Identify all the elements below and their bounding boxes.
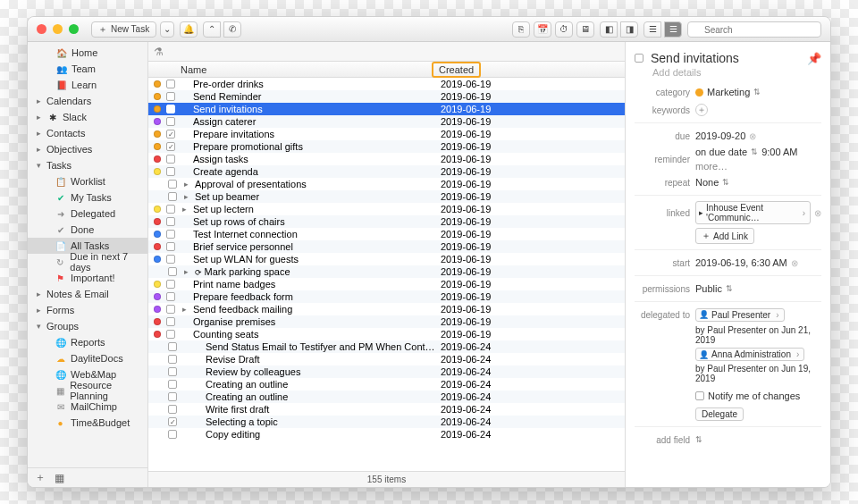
clear-start-icon[interactable]: ⊗ xyxy=(791,258,798,268)
sidebar-item-daylitedocs[interactable]: ☁DayliteDocs xyxy=(28,350,147,366)
task-row[interactable]: Brief service personnel2019-06-19 xyxy=(148,240,625,253)
task-row[interactable]: Counting seats2019-06-19 xyxy=(148,328,625,340)
expand-icon[interactable]: ▸ xyxy=(181,205,188,214)
add-link-button[interactable]: ＋Add Link xyxy=(695,228,754,244)
sidebar-item-slack[interactable]: ▸✱Slack xyxy=(28,109,147,125)
sidebar-item-done[interactable]: ✔Done xyxy=(28,222,147,238)
view-detail-button[interactable]: ☰ xyxy=(664,21,682,38)
task-checkbox[interactable] xyxy=(166,105,175,113)
task-checkbox[interactable] xyxy=(168,430,177,439)
pane-right-button[interactable]: ◨ xyxy=(620,21,638,38)
task-row[interactable]: Create agenda2019-06-19 xyxy=(148,165,625,178)
delegated-person-chip[interactable]: 👤Paul Presenter› xyxy=(695,308,785,322)
task-checkbox[interactable] xyxy=(168,192,177,201)
category-stepper-icon[interactable]: ⇅ xyxy=(753,88,761,97)
due-value[interactable]: 2019-09-20 xyxy=(695,130,745,141)
task-checkbox[interactable] xyxy=(168,392,177,401)
task-checkbox[interactable] xyxy=(168,380,177,389)
expand-icon[interactable]: ▸ xyxy=(182,267,189,276)
sidebar-item-team[interactable]: 👥Team xyxy=(28,61,147,77)
linked-chip[interactable]: ▸Inhouse Event 'Communic…› xyxy=(695,201,811,224)
task-checkbox[interactable] xyxy=(168,267,177,276)
task-row[interactable]: Send invitations2019-06-19 xyxy=(148,103,625,115)
phone-in-button[interactable]: ⌃ xyxy=(203,21,221,38)
task-row[interactable]: Copy editing2019-06-24 xyxy=(148,428,625,441)
tool-1[interactable]: ⎘ xyxy=(512,21,530,38)
sidebar-item-forms[interactable]: ▸Forms xyxy=(28,302,147,318)
task-row[interactable]: Send Status Email to Testifyer and PM Wh… xyxy=(148,340,625,353)
task-row[interactable]: Assign caterer2019-06-19 xyxy=(148,115,625,128)
task-checkbox[interactable] xyxy=(166,205,175,214)
task-checkbox[interactable] xyxy=(168,355,177,364)
task-row[interactable]: ✓Prepare promotional gifts2019-06-19 xyxy=(148,140,625,153)
remove-link-icon[interactable]: ⊗ xyxy=(814,208,821,218)
task-checkbox[interactable] xyxy=(166,292,175,301)
add-keyword-button[interactable]: ＋ xyxy=(695,104,708,116)
expand-icon[interactable]: ▸ xyxy=(181,305,188,314)
sidebar-item-my-tasks[interactable]: ✔My Tasks xyxy=(28,189,147,206)
notifications-button[interactable]: 🔔 xyxy=(180,21,198,38)
sidebar-item-groups[interactable]: ▾Groups xyxy=(28,318,147,334)
timer-button[interactable]: ⏱ xyxy=(555,21,573,38)
expand-icon[interactable]: ▸ xyxy=(182,192,189,201)
phone-out-button[interactable]: ✆ xyxy=(223,21,241,38)
task-row[interactable]: Set up rows of chairs2019-06-19 xyxy=(148,215,625,228)
close-window[interactable] xyxy=(37,24,46,34)
search-input[interactable] xyxy=(687,21,821,38)
sidebar-item-time-budget[interactable]: ●Time&Budget xyxy=(28,415,147,431)
task-checkbox[interactable] xyxy=(166,280,175,289)
minimize-window[interactable] xyxy=(53,24,63,34)
task-checkbox[interactable] xyxy=(166,317,175,326)
sidebar-item-contacts[interactable]: ▸Contacts xyxy=(28,125,147,141)
task-checkbox[interactable] xyxy=(166,330,175,339)
task-checkbox[interactable] xyxy=(166,242,175,251)
task-checkbox[interactable] xyxy=(166,167,175,176)
add-field-button[interactable]: add field xyxy=(635,435,690,445)
task-checkbox[interactable]: ✓ xyxy=(168,417,177,426)
sidebar-item-calendars[interactable]: ▸Calendars xyxy=(28,93,147,109)
permissions-stepper-icon[interactable]: ⇅ xyxy=(726,284,733,293)
inspector-checkbox[interactable] xyxy=(635,54,644,63)
task-row[interactable]: Pre-order drinks2019-06-19 xyxy=(148,78,625,90)
reminder-more-link[interactable]: more… xyxy=(695,161,728,172)
pin-icon[interactable]: 📌 xyxy=(807,52,821,65)
task-checkbox[interactable] xyxy=(166,80,175,88)
add-smartlist-button[interactable]: ＋ xyxy=(35,470,46,485)
sidebar-item-notes-email[interactable]: ▸Notes & Email xyxy=(28,286,147,302)
clear-due-icon[interactable]: ⊗ xyxy=(749,131,756,141)
reminder-stepper-icon[interactable]: ⇅ xyxy=(751,147,758,156)
task-row[interactable]: ▸Send feedback mailing2019-06-19 xyxy=(148,303,625,315)
sidebar-item-delegated[interactable]: ➜Delegated xyxy=(28,206,147,222)
start-value[interactable]: 2019-06-19, 6:30 AM xyxy=(695,257,787,268)
task-row[interactable]: ▸Set up lectern2019-06-19 xyxy=(148,203,625,215)
task-checkbox[interactable] xyxy=(166,92,175,101)
expand-icon[interactable]: ▸ xyxy=(182,180,189,189)
task-checkbox[interactable]: ✓ xyxy=(166,130,175,139)
column-name[interactable]: Name xyxy=(148,64,437,75)
task-checkbox[interactable] xyxy=(168,342,177,351)
task-row[interactable]: Prepare feedback form2019-06-19 xyxy=(148,290,625,303)
sidebar-item-due-in-next-7-days[interactable]: ↻Due in next 7 days xyxy=(28,254,147,270)
sidebar-item-tasks[interactable]: ▾Tasks xyxy=(28,157,147,173)
reminder-time[interactable]: 9:00 AM xyxy=(761,147,797,157)
task-row[interactable]: Assign tasks2019-06-19 xyxy=(148,153,625,165)
add-field-stepper-icon[interactable]: ⇅ xyxy=(695,435,702,444)
task-checkbox[interactable] xyxy=(166,255,175,264)
task-row[interactable]: Review by colleagues2019-06-24 xyxy=(148,365,625,378)
new-task-button[interactable]: ＋ New Task xyxy=(91,21,156,38)
filter-icon[interactable]: ⚗ xyxy=(154,46,164,58)
permissions-value[interactable]: Public xyxy=(695,283,722,294)
task-checkbox[interactable] xyxy=(166,217,175,226)
sidebar-item-home[interactable]: 🏠Home xyxy=(28,45,147,61)
inspector-title[interactable]: Send invitations xyxy=(651,51,739,65)
sidebar-item-reports[interactable]: 🌐Reports xyxy=(28,334,147,350)
task-checkbox[interactable] xyxy=(168,405,177,414)
task-row[interactable]: Write first draft2019-06-24 xyxy=(148,403,625,416)
task-checkbox[interactable] xyxy=(166,305,175,314)
sidebar-item-worklist[interactable]: 📋Worklist xyxy=(28,173,147,189)
task-checkbox[interactable] xyxy=(166,117,175,126)
anna-chip[interactable]: 👤Anna Administration› xyxy=(695,348,804,361)
task-row[interactable]: ▸Approval of presentations2019-06-19 xyxy=(148,178,625,190)
task-checkbox[interactable] xyxy=(168,367,177,376)
calendar-mini-button[interactable]: ▦ xyxy=(55,472,64,484)
